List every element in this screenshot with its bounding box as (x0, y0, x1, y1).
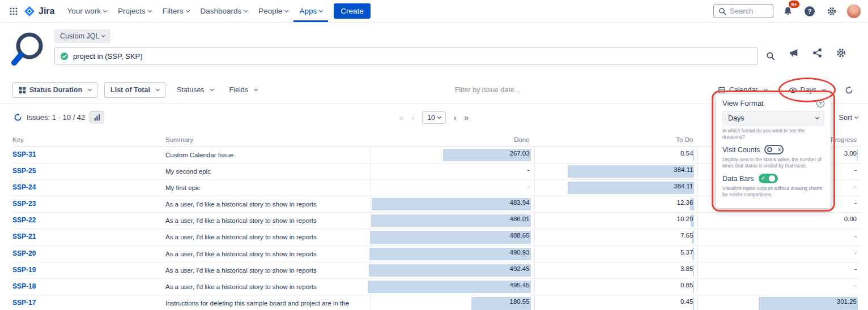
jira-mark-icon (24, 6, 35, 17)
duration-value: 488.65 (509, 232, 529, 239)
chevron-down-icon (88, 87, 92, 91)
duration-value: - (854, 232, 857, 239)
data-bars-row: Data Bars ✓ (722, 174, 824, 183)
prev-page-button[interactable]: ‹ (412, 114, 415, 122)
sync-icon (845, 86, 853, 94)
chart-view-button[interactable] (90, 111, 104, 123)
issue-key-link[interactable]: SSP-19 (12, 262, 165, 278)
notifications-button[interactable]: 9+ (781, 4, 795, 18)
duration-cell: 12.36 (534, 196, 698, 212)
column-header-done[interactable]: Done (371, 136, 534, 143)
chevron-down-icon (319, 8, 323, 12)
issue-key-link[interactable]: SSP-22 (12, 213, 165, 229)
report-settings-button[interactable] (833, 45, 849, 61)
nav-people[interactable]: People (253, 0, 293, 22)
query-mode-button[interactable]: Custom JQL (54, 29, 110, 43)
jql-input-box[interactable] (54, 48, 758, 64)
search-header-section: Custom JQL (0, 23, 868, 78)
duration-cell: - (371, 163, 534, 179)
query-right-actions (786, 45, 856, 61)
column-header-todo[interactable]: To Do (534, 136, 698, 143)
issues-count: Issues: 1 - 10 / 42 (27, 113, 85, 122)
duration-cell: 0.45 (534, 295, 698, 310)
duration-value: 0.00 (844, 216, 857, 222)
column-header-key[interactable]: Key (12, 136, 165, 143)
chevron-down-icon (254, 87, 258, 91)
issue-key-link[interactable]: SSP-23 (12, 196, 165, 212)
issue-date-filter-input[interactable] (278, 86, 697, 94)
issue-key-link[interactable]: SSP-25 (12, 163, 165, 179)
page-size-select[interactable]: 10 (422, 111, 445, 124)
help-button[interactable]: ? (802, 4, 817, 19)
issue-key-link[interactable]: SSP-24 (12, 180, 165, 196)
refresh-button[interactable] (11, 111, 24, 124)
popup-title-row: View Format ? (722, 99, 824, 107)
settings-button[interactable] (824, 4, 839, 19)
nav-projects[interactable]: Projects (112, 0, 157, 22)
bar-chart-icon (93, 114, 101, 121)
jira-logo[interactable]: Jira (24, 6, 54, 17)
jql-input[interactable] (73, 52, 752, 61)
format-select[interactable]: Days (722, 111, 824, 126)
duration-cell: 490.93 (371, 246, 534, 262)
popup-title: View Format (722, 99, 764, 107)
data-bars-toggle[interactable]: ✓ (759, 174, 778, 183)
report-type-button[interactable]: Status Duration (12, 82, 97, 98)
nav-label: Apps (299, 7, 317, 15)
fields-button[interactable]: Fields (225, 83, 262, 97)
statuses-button[interactable]: Statuses (172, 83, 218, 97)
duration-value: 267.03 (509, 150, 529, 157)
nav-your-work[interactable]: Your work (61, 0, 112, 22)
global-search-input[interactable] (730, 7, 768, 15)
column-header-summary[interactable]: Summary (165, 136, 371, 143)
next-page-button[interactable]: › (454, 114, 457, 122)
data-bar (693, 264, 694, 277)
visit-counts-toggle[interactable]: × (764, 145, 784, 154)
issue-key-link[interactable]: SSP-31 (12, 147, 165, 163)
user-avatar[interactable] (846, 4, 861, 19)
duration-cell: 492.45 (371, 262, 534, 278)
issue-summary: As a user, I'd like a historical story t… (165, 196, 371, 212)
total-mode-label: List of Total (110, 86, 150, 94)
duration-cell: 0.00 (697, 213, 861, 229)
app-switcher-button[interactable] (7, 5, 20, 18)
data-bar (368, 281, 531, 293)
help-icon[interactable]: ? (816, 100, 824, 107)
create-button[interactable]: Create (334, 3, 371, 19)
issue-key-link[interactable]: SSP-17 (12, 295, 165, 310)
issue-key-link[interactable]: SSP-21 (12, 229, 165, 245)
sync-button[interactable] (843, 84, 856, 97)
duration-value: 3.00 (844, 150, 857, 157)
nav-label: Your work (67, 7, 101, 15)
issue-summary: As a user, I'd like a historical story t… (165, 279, 371, 295)
duration-value: - (854, 249, 857, 256)
total-mode-button[interactable]: List of Total (104, 82, 165, 98)
report-type-label: Status Duration (29, 86, 82, 94)
visit-counts-row: Visit Counts × (722, 145, 824, 154)
query-mode-label: Custom JQL (60, 32, 99, 40)
global-search-box[interactable] (713, 4, 773, 18)
nav-dashboards[interactable]: Dashboards (195, 0, 253, 22)
chevron-down-icon (101, 33, 105, 37)
chevron-down-icon (854, 114, 858, 118)
duration-cell: 0.54 (534, 147, 698, 163)
nav-filters[interactable]: Filters (157, 0, 195, 22)
data-bar (370, 231, 531, 243)
sort-button[interactable]: Sort (839, 113, 859, 122)
issue-summary: Instructions for deleting this sample bo… (165, 295, 371, 310)
last-page-button[interactable]: » (464, 114, 469, 122)
duration-value: 5.37 (680, 249, 693, 256)
announcements-button[interactable] (786, 46, 801, 61)
issue-key-link[interactable]: SSP-18 (12, 279, 165, 295)
search-icon (766, 51, 775, 61)
first-page-button[interactable]: « (399, 114, 404, 122)
grid-dots-icon (9, 7, 18, 16)
share-button[interactable] (810, 46, 824, 60)
calendar-icon (718, 86, 726, 94)
run-search-button[interactable] (764, 49, 777, 63)
issue-key-link[interactable]: SSP-20 (12, 246, 165, 262)
duration-cell: - (697, 246, 861, 262)
duration-value: 486.01 (509, 216, 529, 222)
format-select-value: Days (728, 114, 744, 122)
nav-apps[interactable]: Apps (293, 0, 328, 22)
